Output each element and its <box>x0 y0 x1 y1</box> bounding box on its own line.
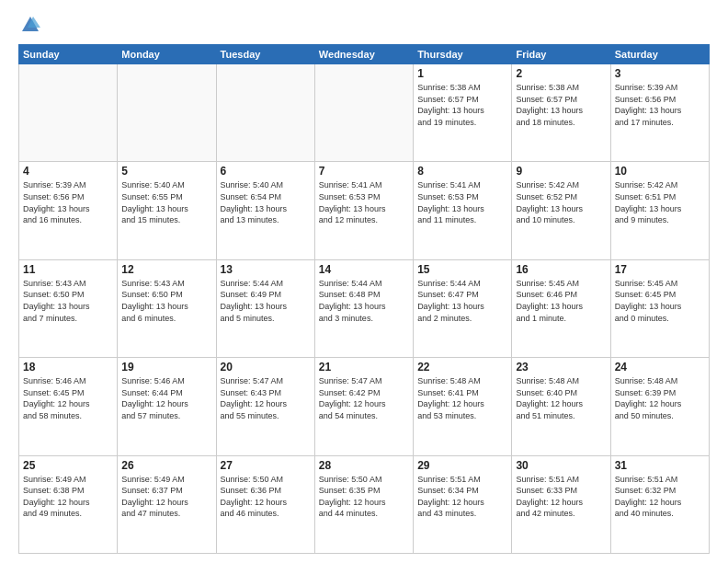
day-number: 15 <box>417 263 507 276</box>
table-row: 7Sunrise: 5:41 AM Sunset: 6:53 PM Daylig… <box>314 162 413 259</box>
table-row: 3Sunrise: 5:39 AM Sunset: 6:56 PM Daylig… <box>610 64 709 162</box>
day-number: 17 <box>615 263 705 276</box>
day-info: Sunrise: 5:42 AM Sunset: 6:51 PM Dayligh… <box>615 179 705 225</box>
day-info: Sunrise: 5:50 AM Sunset: 6:35 PM Dayligh… <box>319 474 409 520</box>
day-number: 5 <box>121 165 211 178</box>
table-row: 14Sunrise: 5:44 AM Sunset: 6:48 PM Dayli… <box>314 259 413 357</box>
table-row: 27Sunrise: 5:50 AM Sunset: 6:36 PM Dayli… <box>216 455 314 553</box>
col-wednesday: Wednesday <box>314 45 413 64</box>
day-number: 2 <box>516 67 606 80</box>
day-number: 11 <box>23 263 113 276</box>
table-row: 12Sunrise: 5:43 AM Sunset: 6:50 PM Dayli… <box>118 259 216 357</box>
table-row: 29Sunrise: 5:51 AM Sunset: 6:34 PM Dayli… <box>414 455 512 553</box>
col-sunday: Sunday <box>19 45 118 64</box>
col-tuesday: Tuesday <box>216 45 314 64</box>
day-info: Sunrise: 5:46 AM Sunset: 6:44 PM Dayligh… <box>121 375 211 421</box>
table-row: 8Sunrise: 5:41 AM Sunset: 6:53 PM Daylig… <box>414 162 512 259</box>
page: Sunday Monday Tuesday Wednesday Thursday… <box>0 0 728 563</box>
day-info: Sunrise: 5:47 AM Sunset: 6:42 PM Dayligh… <box>319 375 409 421</box>
table-row: 2Sunrise: 5:38 AM Sunset: 6:57 PM Daylig… <box>512 64 610 162</box>
table-row <box>19 64 118 162</box>
day-info: Sunrise: 5:38 AM Sunset: 6:57 PM Dayligh… <box>417 82 507 128</box>
table-row: 23Sunrise: 5:48 AM Sunset: 6:40 PM Dayli… <box>512 358 610 455</box>
day-number: 26 <box>121 459 211 472</box>
day-number: 30 <box>516 459 606 472</box>
day-number: 12 <box>121 263 211 276</box>
header <box>18 15 710 35</box>
table-row: 5Sunrise: 5:40 AM Sunset: 6:55 PM Daylig… <box>118 162 216 259</box>
day-number: 29 <box>417 459 507 472</box>
table-row: 15Sunrise: 5:44 AM Sunset: 6:47 PM Dayli… <box>414 259 512 357</box>
table-row <box>216 64 314 162</box>
day-info: Sunrise: 5:44 AM Sunset: 6:47 PM Dayligh… <box>417 278 507 324</box>
day-info: Sunrise: 5:42 AM Sunset: 6:52 PM Dayligh… <box>516 179 606 225</box>
day-number: 1 <box>417 67 507 80</box>
day-number: 3 <box>615 67 705 80</box>
calendar-table: Sunday Monday Tuesday Wednesday Thursday… <box>18 44 710 554</box>
table-row: 24Sunrise: 5:48 AM Sunset: 6:39 PM Dayli… <box>610 358 709 455</box>
day-number: 14 <box>319 263 409 276</box>
day-info: Sunrise: 5:46 AM Sunset: 6:45 PM Dayligh… <box>23 375 113 421</box>
day-info: Sunrise: 5:49 AM Sunset: 6:38 PM Dayligh… <box>23 474 113 520</box>
day-info: Sunrise: 5:51 AM Sunset: 6:34 PM Dayligh… <box>417 474 507 520</box>
calendar-week-row: 1Sunrise: 5:38 AM Sunset: 6:57 PM Daylig… <box>19 64 710 162</box>
table-row: 28Sunrise: 5:50 AM Sunset: 6:35 PM Dayli… <box>314 455 413 553</box>
table-row: 13Sunrise: 5:44 AM Sunset: 6:49 PM Dayli… <box>216 259 314 357</box>
day-number: 13 <box>221 263 311 276</box>
day-number: 6 <box>221 165 311 178</box>
day-info: Sunrise: 5:44 AM Sunset: 6:49 PM Dayligh… <box>221 278 311 324</box>
day-number: 20 <box>221 361 311 373</box>
table-row: 10Sunrise: 5:42 AM Sunset: 6:51 PM Dayli… <box>610 162 709 259</box>
day-number: 10 <box>615 165 705 178</box>
day-info: Sunrise: 5:51 AM Sunset: 6:33 PM Dayligh… <box>516 474 606 520</box>
table-row: 4Sunrise: 5:39 AM Sunset: 6:56 PM Daylig… <box>19 162 118 259</box>
calendar-week-row: 11Sunrise: 5:43 AM Sunset: 6:50 PM Dayli… <box>19 259 710 357</box>
day-info: Sunrise: 5:40 AM Sunset: 6:54 PM Dayligh… <box>221 179 311 225</box>
day-info: Sunrise: 5:38 AM Sunset: 6:57 PM Dayligh… <box>516 82 606 128</box>
day-info: Sunrise: 5:43 AM Sunset: 6:50 PM Dayligh… <box>23 278 113 324</box>
table-row: 19Sunrise: 5:46 AM Sunset: 6:44 PM Dayli… <box>118 358 216 455</box>
table-row: 18Sunrise: 5:46 AM Sunset: 6:45 PM Dayli… <box>19 358 118 455</box>
table-row <box>118 64 216 162</box>
day-number: 16 <box>516 263 606 276</box>
day-info: Sunrise: 5:45 AM Sunset: 6:46 PM Dayligh… <box>516 278 606 324</box>
day-info: Sunrise: 5:44 AM Sunset: 6:48 PM Dayligh… <box>319 278 409 324</box>
table-row: 25Sunrise: 5:49 AM Sunset: 6:38 PM Dayli… <box>19 455 118 553</box>
calendar-week-row: 25Sunrise: 5:49 AM Sunset: 6:38 PM Dayli… <box>19 455 710 553</box>
day-number: 24 <box>615 361 705 373</box>
day-number: 27 <box>221 459 311 472</box>
day-info: Sunrise: 5:49 AM Sunset: 6:37 PM Dayligh… <box>121 474 211 520</box>
day-number: 28 <box>319 459 409 472</box>
day-info: Sunrise: 5:48 AM Sunset: 6:41 PM Dayligh… <box>417 375 507 421</box>
day-info: Sunrise: 5:51 AM Sunset: 6:32 PM Dayligh… <box>615 474 705 520</box>
day-number: 9 <box>516 165 606 178</box>
day-number: 21 <box>319 361 409 373</box>
day-info: Sunrise: 5:45 AM Sunset: 6:45 PM Dayligh… <box>615 278 705 324</box>
day-number: 31 <box>615 459 705 472</box>
col-friday: Friday <box>512 45 610 64</box>
table-row: 20Sunrise: 5:47 AM Sunset: 6:43 PM Dayli… <box>216 358 314 455</box>
day-number: 8 <box>417 165 507 178</box>
calendar-week-row: 4Sunrise: 5:39 AM Sunset: 6:56 PM Daylig… <box>19 162 710 259</box>
day-info: Sunrise: 5:41 AM Sunset: 6:53 PM Dayligh… <box>417 179 507 225</box>
table-row: 6Sunrise: 5:40 AM Sunset: 6:54 PM Daylig… <box>216 162 314 259</box>
table-row: 22Sunrise: 5:48 AM Sunset: 6:41 PM Dayli… <box>414 358 512 455</box>
logo-icon <box>20 15 40 35</box>
table-row: 1Sunrise: 5:38 AM Sunset: 6:57 PM Daylig… <box>414 64 512 162</box>
table-row: 21Sunrise: 5:47 AM Sunset: 6:42 PM Dayli… <box>314 358 413 455</box>
day-info: Sunrise: 5:39 AM Sunset: 6:56 PM Dayligh… <box>23 179 113 225</box>
table-row: 30Sunrise: 5:51 AM Sunset: 6:33 PM Dayli… <box>512 455 610 553</box>
table-row: 16Sunrise: 5:45 AM Sunset: 6:46 PM Dayli… <box>512 259 610 357</box>
table-row: 31Sunrise: 5:51 AM Sunset: 6:32 PM Dayli… <box>610 455 709 553</box>
day-number: 23 <box>516 361 606 373</box>
calendar-header-row: Sunday Monday Tuesday Wednesday Thursday… <box>19 45 710 64</box>
table-row: 11Sunrise: 5:43 AM Sunset: 6:50 PM Dayli… <box>19 259 118 357</box>
table-row: 17Sunrise: 5:45 AM Sunset: 6:45 PM Dayli… <box>610 259 709 357</box>
calendar-week-row: 18Sunrise: 5:46 AM Sunset: 6:45 PM Dayli… <box>19 358 710 455</box>
col-monday: Monday <box>118 45 216 64</box>
day-info: Sunrise: 5:48 AM Sunset: 6:39 PM Dayligh… <box>615 375 705 421</box>
day-number: 22 <box>417 361 507 373</box>
day-number: 7 <box>319 165 409 178</box>
day-info: Sunrise: 5:41 AM Sunset: 6:53 PM Dayligh… <box>319 179 409 225</box>
day-info: Sunrise: 5:39 AM Sunset: 6:56 PM Dayligh… <box>615 82 705 128</box>
